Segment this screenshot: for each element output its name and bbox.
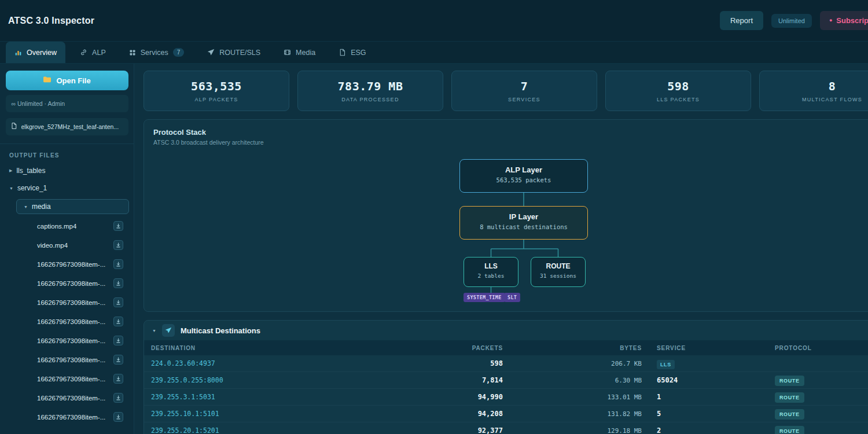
file-item[interactable]: 1662679673098item-... (0, 312, 134, 331)
services-count-badge: 7 (173, 48, 185, 57)
file-item[interactable]: 1662679673098item-... (0, 274, 134, 293)
stat-label: ALP PACKETS (195, 97, 238, 102)
tree-item-lls-tables[interactable]: ▶ lls_tables (0, 162, 134, 179)
cell-bytes: 206.7 KB (503, 360, 642, 367)
cell-packets: 94,208 (364, 410, 503, 418)
send-icon (207, 49, 215, 56)
node-subtitle: 563,535 packets (460, 176, 587, 183)
cell-packets: 94,990 (364, 393, 503, 401)
divider (0, 144, 134, 144)
cell-bytes: 129.18 MB (503, 427, 642, 434)
file-item[interactable]: 1662679673098item-... (0, 350, 134, 369)
atsc-inspector-app: ATSC 3.0 Inspector Report Unlimited ● Su… (0, 0, 868, 434)
open-file-button[interactable]: Open File (6, 71, 128, 90)
tab-alp[interactable]: ALP (71, 42, 115, 63)
output-files-tree: ▶ lls_tables ▼ service_1 ▼ media caption… (0, 162, 134, 426)
download-button[interactable] (113, 278, 123, 288)
stat-value: 8 (829, 79, 836, 93)
download-button[interactable] (113, 336, 123, 345)
file-item[interactable]: 1662679673098item-... (0, 407, 134, 426)
node-alp-layer: ALP Layer 563,535 packets (459, 159, 588, 193)
column-header-packets: PACKETS (364, 345, 503, 351)
sidebar: Open File ∞ Unlimited · Admin elkgrove_5… (0, 64, 134, 434)
protocol-stack-panel: Protocol Stack ATSC 3.0 broadcast delive… (144, 119, 868, 312)
tab-overview[interactable]: Overview (6, 42, 65, 63)
download-button[interactable] (113, 221, 123, 231)
download-button[interactable] (113, 355, 123, 365)
current-file-chip[interactable]: elkgrove_527MHz_test_leaf-anten... (6, 118, 128, 135)
node-subtitle: 2 tables (464, 273, 518, 279)
table-row[interactable]: 239.255.10.1:5101 94,208 131.82 MB 5 ROU… (144, 406, 868, 422)
file-icon (10, 122, 17, 132)
file-name: 1662679673098item-... (37, 337, 105, 344)
table-row[interactable]: 239.255.3.1:5031 94,990 133.01 MB 1 ROUT… (144, 389, 868, 406)
download-button[interactable] (113, 412, 123, 422)
download-button[interactable] (113, 240, 123, 250)
tab-route-sls[interactable]: ROUTE/SLS (198, 42, 269, 63)
column-header-service: SERVICE (642, 345, 775, 351)
file-item[interactable]: video.mp4 (0, 236, 134, 255)
tree-item-label: media (32, 203, 51, 211)
node-title: ROUTE (531, 262, 585, 270)
panel-subtitle: ATSC 3.0 broadcast delivery architecture (153, 139, 868, 146)
file-name: 1662679673098item-... (37, 356, 105, 363)
file-item[interactable]: 1662679673098item-... (0, 388, 134, 407)
node-subtitle: 31 sessions (531, 273, 585, 279)
file-item[interactable]: 1662679673098item-... (0, 255, 134, 274)
tab-media[interactable]: Media (275, 42, 324, 63)
route-protocol-badge: ROUTE (775, 392, 804, 403)
download-button[interactable] (113, 297, 123, 307)
subscription-button[interactable]: ● Subscriptions (820, 11, 868, 30)
main-content: 563,535 ALP PACKETS 783.79 MB DATA PROCE… (134, 64, 868, 434)
table-row[interactable]: 239.255.20.1:5201 92,377 129.18 MB 2 ROU… (144, 422, 868, 434)
plan-info: ∞ Unlimited · Admin (6, 95, 128, 112)
tab-label: ESG (351, 49, 366, 57)
tree-item-service-1[interactable]: ▼ service_1 (0, 179, 134, 197)
tab-label: Media (296, 49, 315, 57)
stat-value: 783.79 MB (338, 79, 403, 93)
table-row[interactable]: 224.0.23.60:4937 598 206.7 KB LLS (144, 355, 868, 372)
download-button[interactable] (113, 317, 123, 326)
download-button[interactable] (113, 374, 123, 384)
folder-icon (43, 76, 52, 85)
file-item[interactable]: 1662679673098item-... (0, 331, 134, 350)
file-name: 1662679673098item-... (37, 299, 105, 306)
download-button[interactable] (113, 393, 123, 403)
multicast-destinations-panel: ▼ Multicast Destinations DESTINATION PAC… (144, 320, 868, 434)
grid-icon (129, 49, 136, 56)
node-ip-layer: IP Layer 8 multicast destinations (459, 206, 588, 240)
cell-bytes: 131.82 MB (503, 410, 642, 418)
plan-badge: Unlimited (771, 14, 812, 28)
stat-card-lls-packets: 598 LLS PACKETS (605, 71, 751, 111)
file-item[interactable]: captions.mp4 (0, 216, 134, 236)
file-name: 1662679673098item-... (37, 318, 105, 325)
node-subtitle: 8 multicast destinations (460, 223, 587, 230)
output-files-heading: OUTPUT FILES (9, 152, 124, 159)
tab-services[interactable]: Services 7 (120, 42, 193, 63)
tree-item-label: lls_tables (16, 167, 45, 175)
lls-table-badge-slt[interactable]: SLT (504, 293, 520, 302)
download-button[interactable] (113, 259, 123, 269)
tab-label: Overview (27, 49, 57, 57)
caret-down-icon: ▼ (9, 186, 13, 190)
report-button[interactable]: Report (720, 11, 763, 30)
stat-card-data-processed: 783.79 MB DATA PROCESSED (297, 71, 443, 111)
cell-destination: 239.255.20.1:5201 (144, 426, 364, 434)
stat-label: LLS PACKETS (657, 97, 700, 102)
cell-service: LLS (642, 358, 775, 369)
tab-esg[interactable]: ESG (330, 42, 374, 63)
file-item[interactable]: 1662679673098item-... (0, 293, 134, 312)
file-item[interactable]: 1662679673098item-... (0, 369, 134, 388)
multicast-section-header[interactable]: ▼ Multicast Destinations (144, 321, 868, 340)
cell-service: 1 (642, 393, 775, 401)
tree-item-media[interactable]: ▼ media (16, 199, 129, 214)
link-icon (80, 49, 87, 56)
lls-table-badge-system-time[interactable]: SYSTEM_TIME (464, 293, 505, 302)
stat-label: MULTICAST FLOWS (802, 97, 862, 102)
table-row[interactable]: 239.255.0.255:8000 7,814 6.30 MB 65024 R… (144, 372, 868, 389)
stat-card-multicast-flows: 8 MULTICAST FLOWS (759, 71, 868, 111)
file-name: 1662679673098item-... (37, 376, 105, 382)
cell-destination: 224.0.23.60:4937 (144, 359, 364, 367)
cell-protocol: ROUTE (775, 374, 868, 386)
subscription-label: Subscriptions (836, 16, 868, 25)
